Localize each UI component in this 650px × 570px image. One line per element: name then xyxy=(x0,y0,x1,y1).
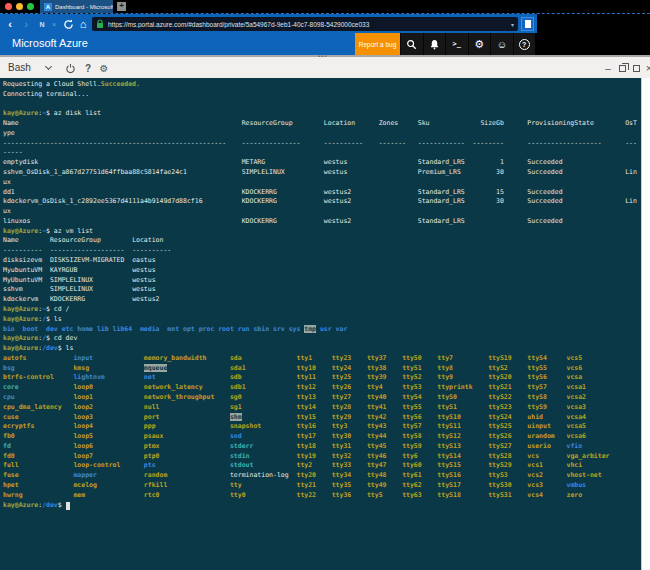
cloud-shell-button[interactable]: >_ xyxy=(445,33,468,55)
terminal-text: /dev xyxy=(42,344,58,352)
terminal-text: cpu xyxy=(3,393,15,401)
terminal-text: tty37 xyxy=(367,354,387,362)
terminal-text: ttyS11 xyxy=(437,422,460,430)
url-bar[interactable]: https://ms.portal.azure.com/#dashboard/p… xyxy=(92,17,518,31)
report-a-bug-button[interactable]: Report a bug xyxy=(355,33,400,55)
terminal-text: sdb1 xyxy=(230,383,246,391)
terminal-line: MyubuntuVMKAYRGUBwestus xyxy=(3,266,641,276)
terminal-text: tty56 xyxy=(402,413,422,421)
terminal-text: mem xyxy=(73,491,85,499)
toolbar-extension-icon[interactable]: N xyxy=(36,14,48,34)
terminal-text: linuxos xyxy=(3,217,30,225)
terminal-text: Lin xyxy=(625,197,637,205)
browser-tab[interactable]: A Dashboard - Microsoft Azure xyxy=(40,0,113,13)
terminal-text: tty24 xyxy=(332,364,352,372)
terminal-line: emptydiskMETARGwestusStandard_LRS1Succee… xyxy=(3,158,641,168)
terminal-text: termination-log xyxy=(230,471,289,479)
refresh-icon[interactable] xyxy=(60,14,76,34)
feedback-button[interactable]: ☺ xyxy=(490,33,513,55)
terminal-text: mqueue xyxy=(144,364,167,372)
terminal-text: ttyS24 xyxy=(488,413,511,421)
search-button[interactable] xyxy=(400,33,423,55)
shell-settings-button[interactable]: ⚙ xyxy=(96,60,112,76)
terminal-text: tty60 xyxy=(402,461,422,469)
smiley-icon: ☺ xyxy=(497,39,507,50)
notifications-button[interactable] xyxy=(423,33,446,55)
zoom-window-button[interactable] xyxy=(27,3,34,10)
help-button[interactable]: ? xyxy=(513,33,536,55)
terminal-text: zero xyxy=(566,491,582,499)
terminal-text: input xyxy=(73,354,93,362)
terminal-text: tty34 xyxy=(332,471,352,479)
terminal-text: home xyxy=(77,325,93,333)
terminal-text: tty48 xyxy=(367,471,387,479)
terminal-screen[interactable]: Requesting a Cloud Shell.Succeeded.Conne… xyxy=(0,78,641,570)
new-tab-button[interactable]: + xyxy=(117,2,126,11)
terminal-text: pts xyxy=(144,461,156,469)
terminal-text: westus xyxy=(132,266,155,274)
close-panel-button[interactable]: × xyxy=(641,60,650,76)
terminal-text: OsT xyxy=(625,119,637,127)
terminal-text: tty5 xyxy=(367,491,383,499)
terminal-text: tty3 xyxy=(332,422,348,430)
terminal-text: sbin xyxy=(253,325,269,333)
terminal-line: ----- xyxy=(3,148,641,158)
terminal-text: mnt xyxy=(167,325,179,333)
terminal-text: westus2 xyxy=(324,197,351,205)
terminal-text: kdockervm_OsDisk_1_c2892ee5367d4111a4b91… xyxy=(3,197,203,205)
terminal-text: DISKSIZEVM-MIGRATED xyxy=(50,256,124,264)
terminal-line: cpuloop1network_throughputsg0tty13tty27t… xyxy=(3,393,641,403)
close-window-button[interactable] xyxy=(5,3,12,10)
back-icon[interactable]: ‹ xyxy=(2,14,18,34)
terminal-scrollbar[interactable] xyxy=(641,78,650,570)
settings-button[interactable]: ⚙ xyxy=(468,33,491,55)
terminal-text: SizeGb xyxy=(480,119,503,127)
terminal-text: ttyS25 xyxy=(488,422,511,430)
terminal-text: ------------------- xyxy=(50,246,124,254)
terminal-text: tty2 xyxy=(296,461,312,469)
terminal-text: ux xyxy=(3,207,11,215)
home-icon[interactable]: ⌂ xyxy=(76,14,90,34)
terminal-text: vcsa6 xyxy=(566,432,586,440)
terminal-text: vcsa2 xyxy=(566,393,586,401)
terminal-text: tty39 xyxy=(367,373,387,381)
terminal-text: tty35 xyxy=(332,481,352,489)
terminal-text: ttyS22 xyxy=(488,393,511,401)
terminal-text: ttyS0 xyxy=(437,393,457,401)
terminal-text: westus xyxy=(324,168,347,176)
forward-icon[interactable]: › xyxy=(18,14,34,34)
terminal-text: kay@Azure xyxy=(3,501,38,509)
terminal-text: uhid xyxy=(527,413,543,421)
terminal-text: sshvm_OsDisk_1_a867d27751d64ffbaa88c5814… xyxy=(3,168,187,176)
shell-environment-select[interactable]: Bash xyxy=(8,62,31,73)
terminal-text: KDOCKERRG xyxy=(50,295,85,303)
terminal-text: westus xyxy=(324,158,347,166)
toolbar-extension-close-icon[interactable]: × xyxy=(48,14,60,34)
terminal-line: sshvmSIMPLELINUXwestus xyxy=(3,285,641,295)
terminal-text: disksizevm xyxy=(3,256,42,264)
terminal-text: vcsa3 xyxy=(566,403,586,411)
terminal-line: hwrngmemrtc0tty0tty22tty36tty5tty63ttyS1… xyxy=(3,491,641,501)
terminal-text: tty10 xyxy=(296,364,316,372)
terminal-text: tty4 xyxy=(367,383,383,391)
terminal-text: ttyS3 xyxy=(488,471,508,479)
shell-help-button[interactable]: ? xyxy=(80,60,96,76)
azure-header: Microsoft Azure Report a bug >_ ⚙ ☺ ? xyxy=(0,33,650,55)
panel-drag-handle[interactable]: ••• xyxy=(318,53,327,59)
terminal-text: Name xyxy=(3,119,19,127)
page-action-button[interactable] xyxy=(521,17,534,31)
azure-brand[interactable]: Microsoft Azure xyxy=(12,37,88,49)
terminal-text: ttyS21 xyxy=(488,383,511,391)
terminal-text: ttyS7 xyxy=(527,383,547,391)
terminal-text: srv xyxy=(273,325,285,333)
azure-favicon-icon: A xyxy=(44,3,52,11)
terminal-text: run xyxy=(238,325,250,333)
chevron-down-icon[interactable] xyxy=(45,63,52,70)
terminal-text: ttyS2 xyxy=(488,364,508,372)
terminal-line: fusemapperrandomtermination-logtty20tty3… xyxy=(3,471,641,481)
restart-shell-button[interactable] xyxy=(62,60,78,76)
terminal-line: Connecting terminal... xyxy=(3,90,641,100)
terminal-text: tty7 xyxy=(437,354,453,362)
url-dropdown-icon[interactable]: ▾ xyxy=(511,21,514,28)
minimize-window-button[interactable] xyxy=(16,3,23,10)
